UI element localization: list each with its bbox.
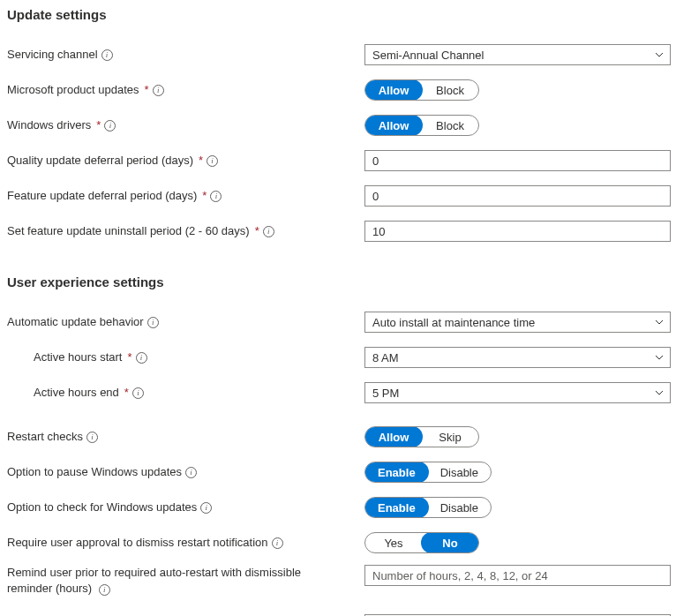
ms-product-updates-toggle[interactable]: Allow Block bbox=[364, 79, 479, 101]
check-updates-toggle[interactable]: Enable Disable bbox=[364, 497, 492, 518]
ms-product-updates-label: Microsoft product updates bbox=[7, 82, 139, 98]
active-hours-start-select[interactable]: 8 AM bbox=[364, 347, 671, 368]
chevron-down-icon bbox=[654, 352, 665, 363]
select-value: 8 AM bbox=[372, 351, 399, 364]
info-icon[interactable] bbox=[200, 502, 212, 514]
toggle-option-no[interactable]: No bbox=[421, 532, 479, 553]
toggle-option-enable[interactable]: Enable bbox=[364, 497, 429, 518]
toggle-option-block[interactable]: Block bbox=[422, 116, 478, 135]
required-marker: * bbox=[145, 82, 149, 98]
active-hours-end-label: Active hours end bbox=[34, 385, 119, 401]
info-icon[interactable] bbox=[153, 85, 164, 96]
toggle-option-disable[interactable]: Disable bbox=[428, 462, 491, 482]
info-icon[interactable] bbox=[207, 155, 218, 167]
toggle-option-disable[interactable]: Disable bbox=[428, 498, 491, 517]
info-icon[interactable] bbox=[185, 467, 197, 478]
windows-drivers-label: Windows drivers bbox=[7, 117, 91, 133]
toggle-option-yes[interactable]: Yes bbox=[365, 533, 422, 552]
auto-update-behavior-label: Automatic update behavior bbox=[7, 314, 144, 330]
chevron-down-icon bbox=[654, 49, 665, 60]
required-marker: * bbox=[127, 349, 131, 365]
pause-updates-toggle[interactable]: Enable Disable bbox=[364, 462, 492, 483]
required-marker: * bbox=[124, 385, 129, 401]
auto-update-behavior-select[interactable]: Auto install at maintenance time bbox=[364, 312, 671, 333]
quality-deferral-label: Quality update deferral period (days) bbox=[7, 153, 193, 169]
uninstall-period-input[interactable] bbox=[364, 221, 671, 242]
section-header-update: Update settings bbox=[7, 7, 684, 22]
chevron-down-icon bbox=[654, 387, 665, 398]
select-value: Semi-Annual Channel bbox=[372, 49, 484, 62]
active-hours-end-select[interactable]: 5 PM bbox=[364, 382, 671, 403]
servicing-channel-label: Servicing channel bbox=[7, 47, 98, 63]
info-icon[interactable] bbox=[263, 226, 274, 237]
feature-deferral-label: Feature update deferral period (days) bbox=[7, 188, 197, 204]
required-marker: * bbox=[199, 153, 203, 169]
info-icon[interactable] bbox=[104, 120, 116, 131]
remind-dismissible-label: Remind user prior to required auto-resta… bbox=[7, 566, 301, 595]
required-marker: * bbox=[202, 188, 207, 204]
info-icon[interactable] bbox=[147, 317, 159, 328]
info-icon[interactable] bbox=[99, 584, 110, 596]
servicing-channel-select[interactable]: Semi-Annual Channel bbox=[364, 44, 671, 65]
toggle-option-block[interactable]: Block bbox=[422, 80, 478, 100]
info-icon[interactable] bbox=[101, 49, 113, 61]
required-marker: * bbox=[255, 223, 259, 239]
active-hours-start-label: Active hours start bbox=[34, 349, 122, 365]
section-header-ux: User experience settings bbox=[7, 274, 684, 289]
req-user-approval-toggle[interactable]: Yes No bbox=[364, 532, 479, 553]
info-icon[interactable] bbox=[272, 537, 283, 549]
restart-checks-toggle[interactable]: Allow Skip bbox=[364, 426, 479, 447]
info-icon[interactable] bbox=[210, 191, 222, 202]
toggle-option-allow[interactable]: Allow bbox=[364, 79, 423, 101]
select-value: 5 PM bbox=[372, 387, 399, 400]
chevron-down-icon bbox=[654, 317, 665, 327]
info-icon[interactable] bbox=[86, 432, 98, 443]
toggle-option-allow[interactable]: Allow bbox=[364, 115, 423, 136]
toggle-option-enable[interactable]: Enable bbox=[364, 462, 429, 483]
restart-checks-label: Restart checks bbox=[7, 429, 83, 445]
remind-dismissible-input[interactable] bbox=[364, 565, 671, 586]
info-icon[interactable] bbox=[136, 352, 147, 364]
feature-deferral-input[interactable] bbox=[364, 185, 671, 207]
req-user-approval-label: Require user approval to dismiss restart… bbox=[7, 535, 268, 551]
quality-deferral-input[interactable] bbox=[364, 150, 671, 171]
toggle-option-allow[interactable]: Allow bbox=[364, 426, 423, 447]
select-value: Auto install at maintenance time bbox=[372, 316, 535, 329]
check-updates-label: Option to check for Windows updates bbox=[7, 500, 197, 515]
pause-updates-label: Option to pause Windows updates bbox=[7, 464, 182, 480]
windows-drivers-toggle[interactable]: Allow Block bbox=[364, 115, 479, 136]
info-icon[interactable] bbox=[132, 387, 144, 399]
required-marker: * bbox=[96, 117, 101, 133]
toggle-option-skip[interactable]: Skip bbox=[422, 427, 478, 447]
uninstall-period-label: Set feature update uninstall period (2 -… bbox=[7, 223, 250, 239]
